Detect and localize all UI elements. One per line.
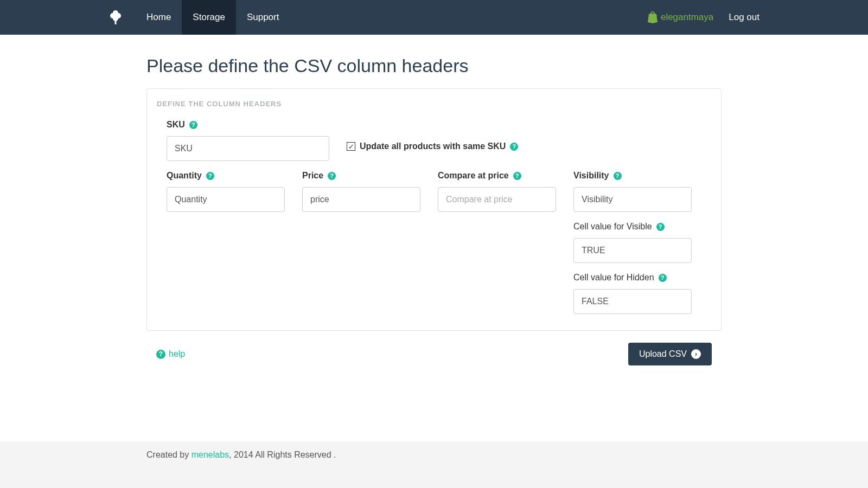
label-quantity-text: Quantity (167, 171, 202, 181)
label-compare: Compare at price ? (438, 171, 556, 181)
logout-link[interactable]: Log out (729, 12, 760, 23)
arrow-right-icon: › (691, 349, 701, 359)
label-quantity: Quantity ? (167, 171, 285, 181)
nav-items: Home Storage Support (136, 0, 290, 35)
label-visibility-text: Visibility (573, 171, 609, 181)
nav-storage[interactable]: Storage (182, 0, 236, 35)
main-container: Please define the CSV column headers DEF… (146, 35, 722, 365)
input-sku[interactable] (167, 136, 329, 161)
footer-text: Created by menelabs, 2014 All Rights Res… (146, 450, 722, 460)
help-link-text: help (169, 349, 185, 359)
label-visibility: Visibility ? (573, 171, 692, 181)
upload-csv-button[interactable]: Upload CSV › (628, 343, 712, 365)
help-icon[interactable]: ? (328, 172, 336, 180)
help-icon[interactable]: ? (189, 121, 197, 129)
input-hidden-value[interactable] (573, 289, 692, 314)
navbar: Home Storage Support elegantmaya Log out (0, 0, 868, 35)
checkbox-icon: ✓ (347, 142, 355, 151)
label-price-text: Price (302, 171, 323, 181)
shopify-icon (647, 11, 658, 23)
form-panel: DEFINE THE COLUMN HEADERS SKU ? ✓ Update… (146, 88, 722, 331)
footer-suffix: , 2014 All Rights Reserved . (229, 450, 336, 459)
help-link[interactable]: ? help (156, 349, 185, 359)
label-compare-text: Compare at price (438, 171, 509, 181)
field-hidden-value: Cell value for Hidden ? (573, 273, 692, 314)
field-quantity: Quantity ? (167, 171, 285, 212)
input-quantity[interactable] (167, 187, 285, 212)
label-sku-text: SKU (167, 120, 185, 130)
brand-logo[interactable] (108, 0, 136, 35)
tree-icon (108, 9, 123, 25)
field-visibility: Visibility ? (573, 171, 692, 212)
input-price[interactable] (302, 187, 420, 212)
field-visibility-col: Visibility ? Cell value for Visible ? Ce… (573, 171, 692, 314)
row-sku: SKU ? ✓ Update all products with same SK… (157, 120, 711, 161)
actions-row: ? help Upload CSV › (146, 343, 722, 365)
input-visible-value[interactable] (573, 238, 692, 263)
navbar-inner: Home Storage Support elegantmaya Log out (108, 0, 760, 35)
footer-prefix: Created by (146, 450, 192, 459)
help-icon[interactable]: ? (614, 172, 622, 180)
label-visible-value-text: Cell value for Visible (573, 222, 652, 232)
label-visible-value: Cell value for Visible ? (573, 222, 692, 232)
checkbox-label: Update all products with same SKU (360, 142, 506, 151)
help-icon[interactable]: ? (510, 143, 518, 151)
input-visibility[interactable] (573, 187, 692, 212)
label-sku: SKU ? (167, 120, 329, 130)
label-hidden-value: Cell value for Hidden ? (573, 273, 692, 282)
field-price: Price ? (302, 171, 420, 212)
label-hidden-value-text: Cell value for Hidden (573, 273, 654, 282)
nav-right: elegantmaya Log out (647, 0, 760, 35)
panel-heading: DEFINE THE COLUMN HEADERS (157, 100, 711, 108)
help-icon[interactable]: ? (206, 172, 214, 180)
upload-button-text: Upload CSV (639, 349, 687, 359)
row-fields: Quantity ? Price ? Compare at price ? (157, 171, 711, 314)
footer: Created by menelabs, 2014 All Rights Res… (0, 441, 868, 488)
help-icon[interactable]: ? (659, 274, 667, 282)
nav-home[interactable]: Home (136, 0, 182, 35)
help-icon: ? (156, 350, 165, 359)
shop-name: elegantmaya (661, 12, 713, 23)
footer-link[interactable]: menelabs (192, 450, 229, 459)
page-title: Please define the CSV column headers (146, 55, 722, 76)
input-compare[interactable] (438, 187, 556, 212)
shop-link[interactable]: elegantmaya (647, 11, 713, 23)
svg-rect-0 (115, 20, 117, 24)
field-compare: Compare at price ? (438, 171, 556, 212)
help-icon[interactable]: ? (513, 172, 521, 180)
field-sku: SKU ? (157, 120, 329, 161)
nav-support[interactable]: Support (236, 0, 290, 35)
checkbox-update-all[interactable]: ✓ Update all products with same SKU ? (347, 142, 518, 151)
help-icon[interactable]: ? (656, 223, 665, 231)
label-price: Price ? (302, 171, 420, 181)
field-visible-value: Cell value for Visible ? (573, 222, 692, 263)
